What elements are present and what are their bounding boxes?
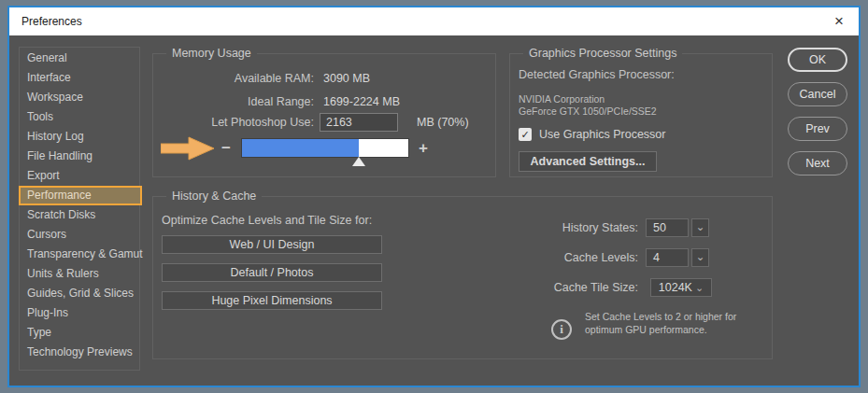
- history-states-row: History States: 50 ⌄: [153, 218, 772, 237]
- use-gpu-checkbox[interactable]: ✓: [519, 128, 532, 141]
- gpu-vendor: NVIDIA Corporation: [519, 93, 605, 105]
- use-gpu-row: ✓ Use Graphics Processor: [519, 127, 665, 142]
- memory-usage-panel: Memory Usage Available RAM: 3090 MB Idea…: [152, 53, 496, 177]
- sidebar-item-transparency-gamut[interactable]: Transparency & Gamut: [20, 245, 139, 264]
- window-title: Preferences: [9, 15, 82, 28]
- cache-levels-chevron-down-icon[interactable]: ⌄: [691, 248, 709, 267]
- info-text-line1: Set Cache Levels to 2 or higher for: [585, 311, 736, 322]
- cache-tile-chevron-down-icon: ⌄: [695, 282, 704, 293]
- sidebar-item-performance[interactable]: Performance: [19, 186, 142, 205]
- use-gpu-label: Use Graphics Processor: [539, 128, 665, 141]
- cache-tile-size-row: Cache Tile Size: 1024K⌄: [153, 278, 772, 297]
- close-icon[interactable]: ×: [819, 7, 859, 35]
- memory-slider-fill: [242, 139, 359, 157]
- sidebar-item-tools[interactable]: Tools: [20, 107, 139, 127]
- cache-tile-size-value: 1024K: [659, 281, 692, 294]
- sidebar-item-guides-grid-slices[interactable]: Guides, Grid & Slices: [20, 284, 139, 303]
- memory-slider-thumb[interactable]: [352, 157, 365, 166]
- ideal-range-row: Ideal Range: 1699-2224 MB: [153, 92, 495, 111]
- history-states-chevron-down-icon[interactable]: ⌄: [691, 218, 709, 237]
- cancel-button[interactable]: Cancel: [788, 82, 847, 106]
- memory-slider-plus-icon[interactable]: +: [419, 138, 428, 158]
- prev-button[interactable]: Prev: [788, 117, 847, 141]
- title-bar: Preferences ×: [9, 7, 859, 35]
- available-ram-label: Available RAM:: [153, 69, 314, 88]
- history-cache-title: History & Cache: [166, 189, 262, 203]
- memory-usage-title: Memory Usage: [166, 47, 257, 60]
- let-photoshop-use-row: Let Photoshop Use: MB (70%): [153, 113, 495, 132]
- cache-levels-value[interactable]: 4: [646, 248, 689, 267]
- sidebar-item-technology-previews[interactable]: Technology Previews: [20, 343, 139, 362]
- history-states-value[interactable]: 50: [646, 218, 689, 237]
- ok-button[interactable]: OK: [788, 48, 847, 72]
- sidebar-item-plug-ins[interactable]: Plug-Ins: [20, 303, 139, 323]
- annotation-arrow-icon: [161, 136, 215, 161]
- sidebar-item-file-handling[interactable]: File Handling: [20, 147, 139, 166]
- available-ram-row: Available RAM: 3090 MB: [153, 69, 495, 88]
- memory-slider-minus-icon[interactable]: −: [221, 138, 231, 158]
- cache-tile-size-label: Cache Tile Size:: [434, 278, 638, 297]
- info-text-line2: optimum GPU performance.: [585, 324, 707, 335]
- cache-tile-size-select[interactable]: 1024K⌄: [650, 278, 712, 297]
- ideal-range-label: Ideal Range:: [153, 92, 314, 111]
- sidebar-item-units-rulers[interactable]: Units & Rulers: [20, 264, 139, 284]
- info-icon: i: [551, 319, 572, 340]
- gpu-model: GeForce GTX 1050/PCIe/SSE2: [519, 105, 657, 117]
- advanced-settings-button[interactable]: Advanced Settings...: [519, 151, 657, 172]
- sidebar-item-interface[interactable]: Interface: [20, 68, 139, 88]
- sidebar-item-export[interactable]: Export: [20, 166, 139, 186]
- preferences-dialog: Preferences × General Interface Workspac…: [7, 6, 861, 387]
- sidebar-item-workspace[interactable]: Workspace: [20, 88, 139, 107]
- next-button[interactable]: Next: [788, 151, 847, 175]
- history-states-label: History States:: [434, 218, 638, 237]
- available-ram-value: 3090 MB: [323, 69, 370, 88]
- graphics-processor-title: Graphics Processor Settings: [523, 47, 682, 60]
- preferences-sidebar: General Interface Workspace Tools Histor…: [19, 47, 140, 371]
- cache-levels-label: Cache Levels:: [434, 248, 638, 267]
- let-photoshop-use-label: Let Photoshop Use:: [153, 113, 314, 132]
- sidebar-item-history-log[interactable]: History Log: [20, 127, 139, 147]
- cache-levels-row: Cache Levels: 4 ⌄: [153, 248, 772, 267]
- detected-gpu-label: Detected Graphics Processor:: [519, 68, 675, 81]
- graphics-processor-panel: Graphics Processor Settings Detected Gra…: [509, 53, 773, 177]
- sidebar-item-general[interactable]: General: [20, 49, 139, 68]
- ideal-range-value: 1699-2224 MB: [323, 92, 400, 111]
- memory-slider[interactable]: [241, 138, 409, 158]
- dialog-content: General Interface Workspace Tools Histor…: [9, 35, 859, 386]
- sidebar-item-type[interactable]: Type: [20, 323, 139, 343]
- sidebar-item-cursors[interactable]: Cursors: [20, 225, 139, 245]
- memory-amount-input[interactable]: [320, 113, 398, 132]
- sidebar-item-scratch-disks[interactable]: Scratch Disks: [20, 205, 139, 225]
- memory-suffix-label: MB (70%): [417, 113, 469, 132]
- history-cache-panel: History & Cache Optimize Cache Levels an…: [152, 196, 773, 359]
